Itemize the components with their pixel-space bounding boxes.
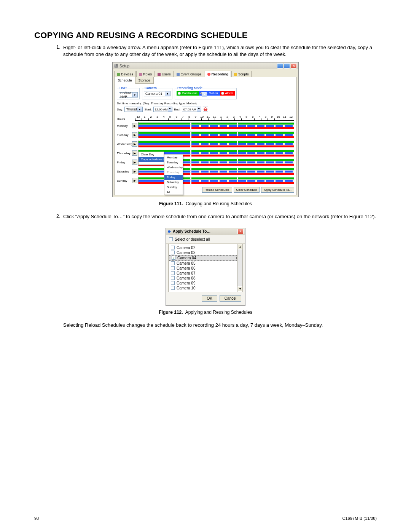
cancel-button[interactable]: Cancel [220, 295, 241, 302]
day-arrow-button[interactable]: ▶ [132, 169, 137, 174]
hour-number: 4 [161, 115, 167, 118]
day-row: Tuesday▶ [117, 131, 294, 139]
camera-label: Camera 08 [177, 276, 195, 280]
day-arrow-button[interactable]: ▶ [132, 141, 137, 147]
submenu-item[interactable]: Monday [164, 155, 183, 160]
maximize-icon[interactable]: □ [284, 63, 290, 69]
scripts-icon [234, 73, 237, 76]
hours-label: Hours [117, 117, 135, 121]
list-item[interactable]: Camera 04 [169, 255, 237, 261]
roles-icon [139, 73, 142, 76]
mode-motion[interactable]: Motion [199, 91, 220, 96]
schedule-bar[interactable] [138, 131, 294, 138]
camera-checkbox[interactable] [171, 246, 175, 249]
day-arrow-button[interactable]: ▶ [132, 132, 137, 137]
step-number: 2. [56, 213, 63, 220]
apply-icon [167, 230, 171, 233]
end-time-input[interactable]: 07:59 AM [182, 107, 201, 112]
camera-checkbox[interactable] [171, 266, 175, 270]
closing-paragraph: Selecting Reload Schedules changes the s… [63, 322, 377, 329]
tab-event-groups[interactable]: Event Groups [174, 71, 204, 77]
list-item[interactable]: Camera 03 [169, 250, 237, 255]
sub-tabs: Schedule Storage [114, 77, 297, 84]
list-item[interactable]: Camera 10 [169, 286, 237, 291]
wrench-icon [114, 64, 118, 68]
clear-schedule-button[interactable]: Clear Schedule [234, 187, 260, 193]
tab-label: Recording [212, 72, 229, 76]
tab-label: Event Groups [181, 72, 202, 76]
scroll-up-icon[interactable]: ▴ [237, 244, 242, 249]
list-item[interactable]: Camera 02 [169, 245, 237, 250]
submenu-item[interactable]: Saturday [164, 180, 183, 185]
users-icon [158, 73, 161, 76]
subtab-schedule[interactable]: Schedule [115, 77, 135, 84]
select-all-label: Select or deselect all [175, 237, 210, 241]
tab-recording[interactable]: Recording [205, 71, 231, 77]
close-icon[interactable]: × [237, 229, 244, 234]
clear-time-button[interactable] [203, 107, 208, 112]
list-item[interactable]: Camera 09 [169, 281, 237, 286]
menu-copy-schedules[interactable]: Copy schedules to [139, 157, 164, 162]
subtab-storage[interactable]: Storage [135, 77, 154, 84]
tab-devices[interactable]: Devices [114, 71, 136, 77]
camera-list: Camera 02Camera 03Camera 04Camera 05Came… [169, 244, 237, 292]
schedule-bar[interactable] [138, 168, 294, 175]
menu-clear-day[interactable]: Clear Day [139, 152, 164, 157]
submenu-item[interactable]: Tuesday [164, 160, 183, 165]
step-number: 1. [56, 44, 63, 58]
hour-number: 2 [148, 115, 154, 118]
submenu-item[interactable]: All [164, 190, 183, 195]
day-arrow-button[interactable]: ▶ [132, 178, 137, 183]
mode-alarm[interactable]: Alarm [220, 91, 235, 96]
figure-caption: Figure 112. Applying and Reusing Schedul… [34, 310, 377, 315]
submenu-item[interactable]: Sunday [164, 185, 183, 190]
camera-checkbox[interactable] [171, 286, 175, 290]
mode-continuous[interactable]: Continuous [177, 91, 199, 96]
reload-schedules-button[interactable]: Reload Schedules [202, 187, 232, 193]
apply-schedule-to-button[interactable]: Apply Schedule To... [261, 187, 294, 193]
radio-icon [200, 92, 207, 95]
schedule-bar[interactable] [138, 177, 294, 184]
close-icon[interactable]: × [291, 63, 297, 69]
hour-number: 10 [275, 115, 282, 118]
minimize-icon[interactable]: – [277, 63, 283, 69]
camera-checkbox[interactable] [172, 256, 175, 260]
list-item[interactable]: Camera 07 [169, 271, 237, 276]
day-arrow-button[interactable]: ▶ [132, 150, 137, 156]
hour-number: 8 [186, 115, 193, 118]
camera-checkbox[interactable] [171, 251, 175, 254]
list-item[interactable]: Camera 05 [169, 261, 237, 266]
schedule-bar[interactable] [138, 122, 294, 129]
hour-number: 11 [205, 115, 212, 118]
day-arrow-button[interactable]: ▶ [132, 160, 137, 165]
day-arrow-button[interactable]: ▶ [132, 123, 137, 128]
submenu-item[interactable]: Friday [164, 175, 183, 180]
dvr-select[interactable]: Endura NVR [119, 92, 138, 97]
day-name: Friday [117, 161, 132, 164]
select-all-checkbox[interactable] [169, 237, 173, 241]
scrollbar[interactable]: ▴ ▾ [237, 244, 242, 292]
schedule-bar[interactable] [138, 141, 294, 147]
hour-number: 1 [142, 115, 148, 118]
list-item[interactable]: Camera 06 [169, 266, 237, 271]
mode-label: Motion [209, 91, 218, 95]
submenu-item[interactable]: Wednesday [164, 165, 183, 170]
hour-number: 9 [269, 115, 275, 118]
day-select[interactable]: Thursday [124, 107, 143, 112]
list-item[interactable]: Camera 08 [169, 276, 237, 281]
camera-checkbox[interactable] [171, 281, 175, 285]
camera-label: Camera 07 [177, 271, 195, 275]
radio-icon [221, 92, 224, 95]
camera-checkbox[interactable] [171, 271, 175, 275]
scroll-down-icon[interactable]: ▾ [237, 286, 242, 292]
tab-users[interactable]: Users [155, 71, 174, 77]
tab-roles[interactable]: Roles [136, 71, 155, 77]
tab-scripts[interactable]: Scripts [231, 71, 252, 77]
camera-checkbox[interactable] [171, 261, 175, 265]
manual-info: Set time manually: (Day: Thursday Record… [117, 102, 294, 105]
camera-select[interactable]: Camera 01 [144, 91, 170, 96]
start-time-input[interactable]: 12:00 AM [153, 107, 173, 112]
ok-button[interactable]: OK [202, 295, 217, 302]
camera-checkbox[interactable] [171, 276, 175, 280]
hour-number: 5 [167, 115, 174, 118]
